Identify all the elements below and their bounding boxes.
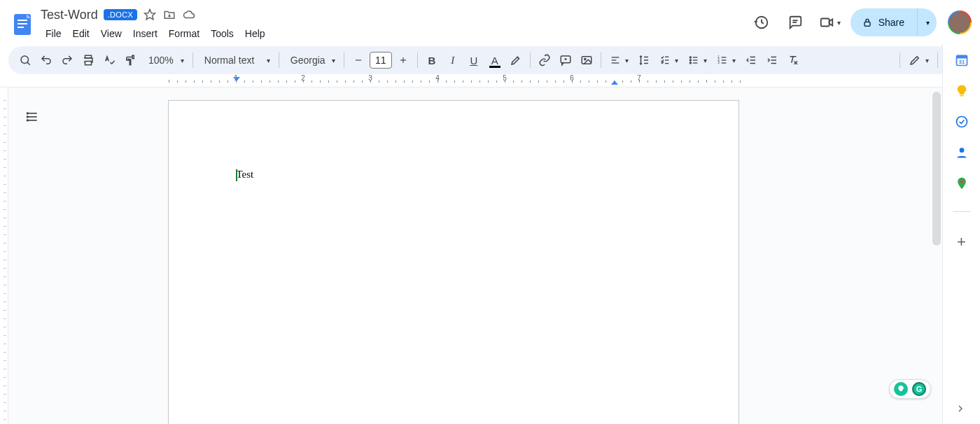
chevron-down-icon: ▾ xyxy=(675,57,678,64)
account-avatar[interactable] xyxy=(948,10,972,34)
search-menus-icon[interactable] xyxy=(15,50,35,70)
svg-rect-19 xyxy=(582,57,592,64)
increase-indent-icon[interactable] xyxy=(762,50,782,70)
right-indent-marker[interactable] xyxy=(611,80,618,85)
toolbar: 100% ▾ Normal text ▾ Georgia ▾ 11 B I U … xyxy=(8,46,972,74)
menu-help[interactable]: Help xyxy=(240,25,270,42)
text-cursor xyxy=(236,169,237,181)
svg-point-55 xyxy=(27,120,29,121)
chevron-down-icon: ▾ xyxy=(332,57,335,64)
font-size-input[interactable]: 11 xyxy=(370,52,392,69)
italic-icon[interactable]: I xyxy=(443,50,463,70)
svg-point-30 xyxy=(690,57,691,58)
svg-point-32 xyxy=(690,59,691,61)
chevron-down-icon: ▾ xyxy=(732,57,736,64)
share-button[interactable]: Share xyxy=(850,8,917,36)
bold-icon[interactable]: B xyxy=(422,50,442,70)
spellcheck-icon[interactable] xyxy=(99,50,119,70)
docs-home-icon[interactable] xyxy=(8,6,36,42)
menu-edit[interactable]: Edit xyxy=(68,25,94,42)
share-label: Share xyxy=(878,17,904,28)
highlight-color-icon[interactable] xyxy=(506,50,526,70)
svg-point-53 xyxy=(27,116,29,118)
page-content[interactable]: Test xyxy=(236,168,671,181)
font-select[interactable]: Georgia ▾ xyxy=(284,50,340,70)
line-spacing-icon[interactable] xyxy=(634,50,654,70)
vertical-scrollbar[interactable] xyxy=(932,92,941,246)
menu-view[interactable]: View xyxy=(96,25,127,42)
document-text: Test xyxy=(237,169,254,180)
increase-font-size-icon[interactable] xyxy=(393,50,413,70)
svg-rect-3 xyxy=(18,27,24,28)
first-line-indent-marker[interactable] xyxy=(233,77,240,81)
svg-point-34 xyxy=(690,62,691,64)
horizontal-ruler[interactable]: 1234567 xyxy=(0,74,942,85)
undo-icon[interactable] xyxy=(36,50,56,70)
comments-icon[interactable] xyxy=(781,8,809,36)
bulleted-list-select[interactable]: ▾ xyxy=(684,50,711,70)
insert-link-icon[interactable] xyxy=(535,50,554,70)
svg-point-62 xyxy=(960,180,962,183)
svg-rect-2 xyxy=(18,23,27,24)
header: Test-Word .DOCX File Edit View Insert Fo… xyxy=(0,0,980,43)
chevron-down-icon: ▾ xyxy=(267,57,270,64)
print-icon[interactable] xyxy=(78,50,98,70)
svg-rect-1 xyxy=(18,20,27,21)
underline-icon[interactable]: U xyxy=(464,50,484,70)
checklist-select[interactable]: ▾ xyxy=(655,50,682,70)
menu-insert[interactable]: Insert xyxy=(128,25,162,42)
meet-button[interactable]: ▾ xyxy=(815,8,845,36)
svg-marker-4 xyxy=(145,10,155,20)
grammarly-status-icon[interactable]: G xyxy=(912,382,926,396)
grammarly-widget[interactable]: G xyxy=(889,379,931,399)
avatar-image xyxy=(949,12,970,33)
separator xyxy=(417,52,418,68)
grammarly-suggestion-icon[interactable] xyxy=(894,382,908,396)
chevron-down-icon: ▾ xyxy=(925,57,929,64)
maps-app-icon[interactable] xyxy=(955,176,969,190)
document-title[interactable]: Test-Word xyxy=(41,8,98,22)
svg-point-9 xyxy=(21,56,29,64)
menu-file[interactable]: File xyxy=(41,25,66,42)
zoom-select[interactable]: 100% ▾ xyxy=(141,50,188,70)
align-select[interactable]: ▾ xyxy=(606,50,633,70)
cloud-status-icon[interactable] xyxy=(182,8,196,22)
add-comment-icon[interactable] xyxy=(556,50,575,70)
document-outline-icon[interactable] xyxy=(20,104,45,129)
history-icon[interactable] xyxy=(748,8,776,36)
svg-point-61 xyxy=(959,148,964,153)
keep-app-icon[interactable] xyxy=(955,84,969,98)
menu-format[interactable]: Format xyxy=(164,25,204,42)
vertical-ruler[interactable] xyxy=(0,87,8,424)
move-icon[interactable] xyxy=(162,8,176,22)
paint-format-icon[interactable] xyxy=(120,50,140,70)
star-icon[interactable] xyxy=(143,8,157,22)
paragraph-style-value: Normal text xyxy=(202,55,258,66)
decrease-font-size-icon[interactable] xyxy=(349,50,368,70)
contacts-app-icon[interactable] xyxy=(955,146,969,160)
redo-icon[interactable] xyxy=(57,50,77,70)
svg-rect-7 xyxy=(820,19,829,27)
editing-mode-select[interactable]: ▾ xyxy=(904,50,933,70)
font-value: Georgia xyxy=(288,55,328,66)
svg-rect-57 xyxy=(956,55,967,58)
numbered-list-select[interactable]: 123▾ xyxy=(713,50,740,70)
calendar-app-icon[interactable]: 31 xyxy=(955,53,969,67)
tasks-app-icon[interactable] xyxy=(955,115,969,129)
paragraph-style-select[interactable]: Normal text ▾ xyxy=(197,50,274,70)
lock-icon xyxy=(862,17,873,28)
get-addons-icon[interactable]: + xyxy=(957,233,966,251)
clear-formatting-icon[interactable] xyxy=(783,50,803,70)
hide-side-panel-icon[interactable] xyxy=(952,400,969,417)
chevron-down-icon: ▾ xyxy=(837,19,841,27)
decrease-indent-icon[interactable] xyxy=(741,50,761,70)
side-panel-divider xyxy=(953,211,970,212)
separator xyxy=(279,52,279,68)
text-color-icon[interactable]: A xyxy=(485,50,505,70)
insert-image-icon[interactable] xyxy=(577,50,596,70)
docx-badge: .DOCX xyxy=(104,9,137,20)
editor-area: Test xyxy=(0,87,942,424)
document-page[interactable]: Test xyxy=(168,100,739,424)
share-dropdown[interactable]: ▾ xyxy=(917,8,937,36)
menu-tools[interactable]: Tools xyxy=(206,25,239,42)
